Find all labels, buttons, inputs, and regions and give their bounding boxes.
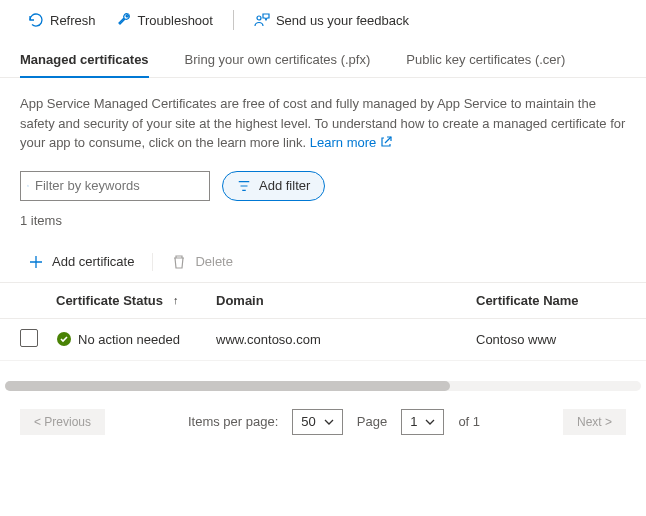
certificate-name-text: Contoso www <box>476 332 626 347</box>
page-select[interactable]: 1 <box>401 409 444 435</box>
search-input-container[interactable] <box>20 171 210 201</box>
scrollbar-thumb[interactable] <box>5 381 450 391</box>
plus-icon <box>28 254 44 270</box>
toolbar-divider <box>233 10 234 30</box>
filter-icon <box>237 179 251 193</box>
table-header-row: Certificate Status ↑ Domain Certificate … <box>0 283 646 319</box>
refresh-button[interactable]: Refresh <box>20 8 104 32</box>
items-per-page-label: Items per page: <box>188 414 278 429</box>
page-label: Page <box>357 414 387 429</box>
chevron-down-icon <box>324 417 334 427</box>
status-text: No action needed <box>78 332 180 347</box>
add-filter-button[interactable]: Add filter <box>222 171 325 201</box>
tab-managed-certificates[interactable]: Managed certificates <box>20 44 149 77</box>
tab-public-key[interactable]: Public key certificates (.cer) <box>406 44 565 77</box>
trash-icon <box>171 254 187 270</box>
header-status[interactable]: Certificate Status ↑ <box>56 293 216 308</box>
external-link-icon <box>380 136 392 148</box>
learn-more-link[interactable]: Learn more <box>310 135 392 150</box>
search-input[interactable] <box>35 178 203 193</box>
next-button[interactable]: Next > <box>563 409 626 435</box>
troubleshoot-button[interactable]: Troubleshoot <box>108 8 221 32</box>
tab-bring-your-own[interactable]: Bring your own certificates (.pfx) <box>185 44 371 77</box>
description-text: App Service Managed Certificates are fre… <box>0 78 646 161</box>
svg-point-0 <box>257 16 261 20</box>
refresh-label: Refresh <box>50 13 96 28</box>
header-domain[interactable]: Domain <box>216 293 476 308</box>
success-check-icon <box>56 331 72 347</box>
search-icon <box>27 179 29 193</box>
svg-point-1 <box>27 185 28 186</box>
feedback-button[interactable]: Send us your feedback <box>246 8 417 32</box>
of-text: of 1 <box>458 414 480 429</box>
person-feedback-icon <box>254 12 270 28</box>
previous-button[interactable]: < Previous <box>20 409 105 435</box>
row-checkbox[interactable] <box>20 329 38 347</box>
horizontal-scrollbar[interactable] <box>5 381 641 391</box>
add-certificate-button[interactable]: Add certificate <box>20 250 142 274</box>
feedback-label: Send us your feedback <box>276 13 409 28</box>
chevron-down-icon <box>425 417 435 427</box>
item-count: 1 items <box>0 207 646 242</box>
table-row: No action needed www.contoso.com Contoso… <box>0 319 646 361</box>
items-per-page-select[interactable]: 50 <box>292 409 342 435</box>
header-name[interactable]: Certificate Name <box>476 293 626 308</box>
wrench-icon <box>116 12 132 28</box>
domain-text: www.contoso.com <box>216 332 476 347</box>
troubleshoot-label: Troubleshoot <box>138 13 213 28</box>
delete-button: Delete <box>163 250 241 274</box>
actions-divider <box>152 253 153 271</box>
sort-ascending-icon: ↑ <box>173 294 179 306</box>
refresh-icon <box>28 12 44 28</box>
